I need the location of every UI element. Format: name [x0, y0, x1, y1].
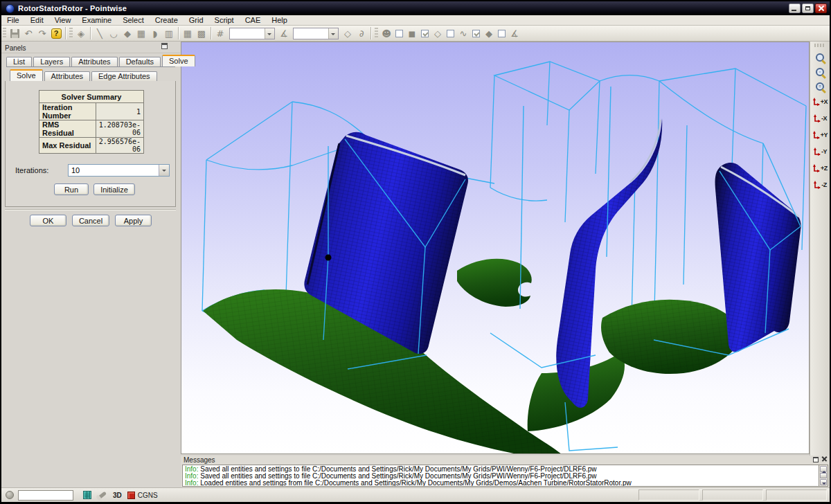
create-domain-button[interactable]: ◆ [120, 27, 134, 40]
menu-grid[interactable]: Grid [184, 15, 209, 25]
create-curve-button[interactable]: ◡ [107, 27, 120, 40]
iterations-combo[interactable] [68, 164, 170, 177]
zoom-extents-button[interactable]: ▫ [812, 64, 828, 79]
subtab-edge-attributes[interactable]: Edge Attributes [91, 71, 157, 81]
menu-edit[interactable]: Edit [25, 15, 49, 25]
show-connectors-checkbox[interactable] [447, 30, 454, 37]
view-minus-y-button[interactable]: -Y [812, 144, 829, 159]
view-plus-x-button[interactable]: +X [812, 94, 829, 109]
layer-stack-button[interactable]: ◈ [74, 27, 88, 40]
create-database-button[interactable]: ◗ [148, 27, 162, 40]
toolbar-grip[interactable] [375, 28, 378, 39]
help-button[interactable]: ? [49, 27, 63, 40]
toolbar-grip[interactable] [69, 28, 73, 39]
structured-grid-button[interactable]: ▦ [181, 27, 195, 40]
subtab-solve[interactable]: Solve [10, 69, 43, 81]
view-plus-y-button[interactable]: +Y [812, 127, 829, 143]
minimize-button[interactable] [789, 3, 801, 13]
axis-icon [812, 131, 820, 139]
tab-defaults[interactable]: Defaults [119, 57, 161, 66]
combo-arrow[interactable] [159, 165, 169, 176]
spacing-button[interactable]: ∡ [277, 27, 291, 40]
tab-layers[interactable]: Layers [33, 57, 70, 66]
spacing-combo[interactable] [293, 28, 339, 39]
spacing-input[interactable] [295, 29, 327, 38]
row-label: Max Residual [39, 138, 96, 154]
tab-list[interactable]: List [6, 57, 32, 66]
cancel-button[interactable]: Cancel [72, 215, 109, 226]
restore-button[interactable] [802, 3, 814, 13]
dimension-input[interactable] [231, 29, 263, 38]
partial-derivative-icon: ∂ [359, 28, 364, 39]
show-database-checkbox[interactable] [472, 30, 480, 37]
table-row: RMS Residual 1.208703e-06 [39, 120, 144, 138]
project-button[interactable]: ◇ [341, 27, 355, 40]
combo-arrow[interactable] [265, 28, 274, 39]
database-diamond-icon: ◆ [485, 28, 492, 39]
undo-button[interactable]: ↶ [21, 27, 35, 40]
panel-close-icon[interactable] [821, 456, 828, 462]
menu-select[interactable]: Select [117, 15, 150, 25]
toolbar-grip[interactable] [814, 44, 825, 47]
initialize-button[interactable]: Initialize [93, 183, 135, 195]
panel-float-icon[interactable] [161, 43, 168, 49]
zoom-reset-button[interactable]: = [812, 79, 828, 93]
database-toggle-button[interactable]: ◆ [482, 27, 496, 40]
scroll-thumb[interactable] [820, 473, 827, 478]
zoom-button[interactable] [812, 50, 828, 64]
ok-button[interactable]: OK [30, 215, 66, 226]
block-icon: ▥ [165, 28, 173, 39]
save-button[interactable] [8, 27, 21, 40]
view-minus-x-button[interactable]: -X [812, 111, 829, 126]
menu-examine[interactable]: Examine [76, 15, 117, 25]
messages-log[interactable]: Info: Saved all entities and settings to… [182, 465, 819, 487]
iterations-input[interactable] [70, 165, 156, 175]
close-button[interactable] [815, 3, 827, 13]
derivative-button[interactable]: ∂ [355, 27, 368, 40]
menu-create[interactable]: Create [150, 15, 184, 25]
menu-help[interactable]: Help [266, 15, 293, 25]
scroll-down-arrow[interactable] [820, 479, 827, 485]
dimension-combo[interactable] [229, 28, 275, 39]
domains-button[interactable]: ◇ [431, 27, 445, 40]
viewport-3d[interactable] [181, 42, 810, 454]
menu-cae[interactable]: CAE [240, 15, 267, 25]
shaded-view-button[interactable]: ☻ [379, 27, 393, 40]
tab-attributes[interactable]: Attributes [71, 57, 117, 66]
create-connector-button[interactable]: ╲ [93, 27, 107, 40]
selected-point-marker[interactable] [325, 255, 332, 261]
show-spacings-checkbox[interactable] [498, 30, 506, 37]
blocks-button[interactable]: ◼ [405, 27, 419, 40]
panels-sidebar: Panels List Layers Attributes Defaults S… [1, 42, 180, 487]
solver-summary-title: Solver Summary [39, 91, 144, 103]
scroll-up-arrow[interactable] [820, 466, 827, 472]
view-minus-z-button[interactable]: -Z [812, 177, 829, 192]
messages-scrollbar[interactable] [819, 465, 828, 487]
domain-flat-icon: ◇ [434, 28, 441, 39]
show-domains-checkbox[interactable] [421, 30, 429, 37]
axis-label: +Y [821, 132, 828, 138]
toolbar-grip[interactable] [3, 28, 6, 39]
combo-arrow[interactable] [328, 28, 338, 39]
panel-float-icon[interactable] [813, 457, 819, 462]
menu-file[interactable]: File [1, 15, 25, 25]
create-block-button[interactable]: ▥ [162, 27, 176, 40]
redo-button[interactable]: ↷ [35, 27, 49, 40]
spacings-button[interactable]: ∡ [508, 27, 521, 40]
unstructured-grid-button[interactable]: ▩ [195, 27, 208, 40]
dimension-button[interactable]: # [213, 27, 227, 40]
redo-icon: ↷ [39, 28, 46, 39]
view-plus-z-button[interactable]: +Z [812, 161, 829, 176]
connectors-button[interactable]: ∿ [456, 27, 470, 40]
title-bar[interactable]: RotorStatorRotor - Pointwise [1, 1, 830, 15]
create-meshed-domain-button[interactable]: ▦ [134, 27, 148, 40]
tab-solve[interactable]: Solve [162, 55, 195, 66]
menu-script[interactable]: Script [209, 15, 240, 25]
menu-view[interactable]: View [49, 15, 77, 25]
show-blocks-checkbox[interactable] [395, 30, 403, 37]
status-indicator-icon [6, 491, 14, 499]
run-button[interactable]: Run [54, 183, 89, 195]
help-icon: ? [51, 28, 62, 39]
apply-button[interactable]: Apply [115, 215, 152, 226]
subtab-attributes[interactable]: Attributes [44, 71, 90, 81]
